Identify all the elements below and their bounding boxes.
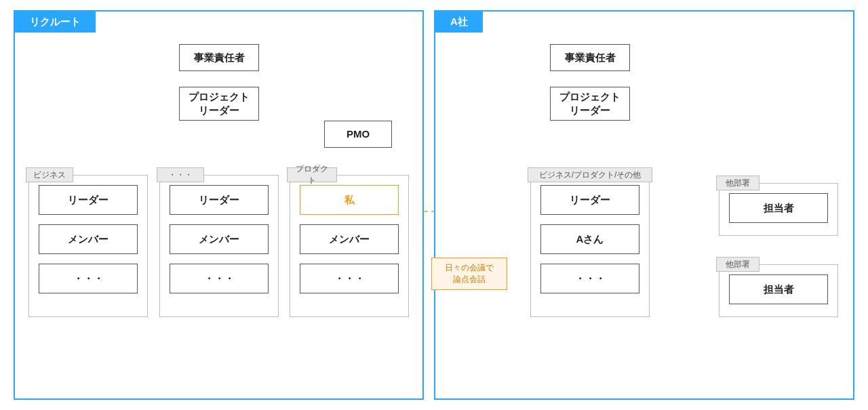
tag-a-main: ビジネス/プロダクト/その他 (528, 167, 652, 182)
box-a-leader: リーダー (540, 185, 639, 215)
group-business: リーダー メンバー ・・・ (28, 175, 148, 317)
box-product-more: ・・・ (300, 264, 399, 293)
panel-title-recruit: リクルート (15, 12, 96, 33)
box-recruit-pmo: PMO (324, 121, 392, 148)
box-business-more: ・・・ (39, 264, 138, 293)
box-other-member: メンバー (170, 224, 269, 254)
panel-title-company-a: A社 (435, 12, 483, 33)
box-a-more: ・・・ (540, 264, 639, 293)
box-recruit-project-leader: プロジェクト リーダー (179, 87, 259, 121)
box-dept1-person: 担当者 (729, 193, 828, 223)
group-a-main: リーダー Aさん ・・・ (530, 175, 650, 317)
tag-other: ・・・ (157, 167, 204, 182)
box-product-me: 私 (300, 185, 399, 215)
tag-product: プロダクト (287, 167, 337, 182)
box-other-more: ・・・ (170, 264, 269, 293)
box-business-leader: リーダー (39, 185, 138, 215)
box-dept2-person: 担当者 (729, 274, 828, 304)
group-dept2: 担当者 (719, 264, 838, 317)
box-business-member: メンバー (39, 224, 138, 254)
note-meeting: 日々の会議で 論点会話 (431, 258, 507, 290)
group-other: リーダー メンバー ・・・ (159, 175, 279, 317)
box-recruit-owner: 事業責任者 (179, 44, 259, 71)
group-dept1: 担当者 (719, 183, 838, 236)
box-product-member: メンバー (300, 224, 399, 254)
box-a-asan: Aさん (540, 224, 639, 254)
tag-dept2: 他部署 (716, 257, 760, 272)
tag-business: ビジネス (26, 167, 73, 182)
box-a-project-leader: プロジェクト リーダー (550, 87, 630, 121)
tag-dept1: 他部署 (716, 176, 760, 190)
group-product: 私 メンバー ・・・ (290, 175, 409, 317)
box-other-leader: リーダー (170, 185, 269, 215)
box-a-owner: 事業責任者 (550, 44, 630, 71)
